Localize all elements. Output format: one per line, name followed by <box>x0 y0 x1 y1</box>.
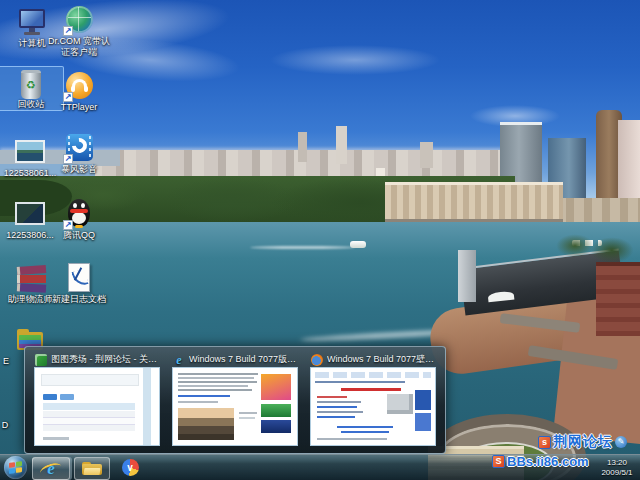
thumbnail-title-text: Windows 7 Build 7077版壁纸... <box>189 353 297 366</box>
shortcut-arrow-icon: ↗ <box>63 92 73 102</box>
ferry-wake-short <box>250 246 355 249</box>
watermark-site-name: 荆网论坛 <box>553 433 613 451</box>
desktop-icon-storm-player[interactable]: ↗ 暴风影音 <box>47 132 111 175</box>
icon-label: Dr.COM 宽带认证客户端 <box>48 36 110 58</box>
skyline-tower-1 <box>298 132 307 162</box>
windows-flag-icon <box>9 461 22 475</box>
pinned-app-icon: v <box>122 459 139 476</box>
icon-label: TTPlayer <box>47 102 111 113</box>
right-trees <box>552 226 640 270</box>
computer-icon <box>16 6 48 38</box>
watermark-badge-icon: S <box>492 455 505 468</box>
desktop-icon-drcom[interactable]: ↗ Dr.COM 宽带认证客户端 <box>47 4 111 58</box>
shortcut-arrow-icon: ↗ <box>63 26 73 36</box>
icon-label: 暴风影音 <box>47 164 111 175</box>
thumbnail-preview <box>310 367 436 446</box>
terminal-tower <box>458 250 476 302</box>
thumbnail-title-text: Windows 7 Build 7077壁纸 图... <box>327 353 435 366</box>
firefox-icon <box>311 354 323 366</box>
skyline-tower-4 <box>420 142 433 168</box>
rar-books-icon <box>14 262 46 294</box>
watermark-badge-icon: s <box>538 436 551 449</box>
skyline-tower-2 <box>336 126 347 164</box>
thumbnail-title-text: 图图秀场 - 荆网论坛 - 关注大... <box>51 353 159 366</box>
ferry-boat <box>350 241 366 248</box>
explorer-taskbar-button[interactable] <box>74 457 110 480</box>
quay-apartments <box>385 182 563 219</box>
window-thumbnail-1[interactable]: 图图秀场 - 荆网论坛 - 关注大... <box>33 352 161 448</box>
shortcut-arrow-icon: ↗ <box>63 154 73 164</box>
cloud-wisp-3 <box>270 45 440 75</box>
folder-icon <box>82 462 102 475</box>
window-thumbnail-3[interactable]: Windows 7 Build 7077壁纸 图... <box>309 352 437 448</box>
desktop-screen: 计算机 ↗ Dr.COM 宽带认证客户端 ♻ 回收站 ↗ TTPlayer 12… <box>0 0 640 480</box>
qq-penguin-icon: ↗ <box>63 198 95 230</box>
ie-taskbar-button[interactable]: e <box>32 457 70 480</box>
image-thumbnail-icon <box>14 136 46 168</box>
icon-label: 新建日志文档 <box>47 294 111 305</box>
journal-document-icon <box>63 262 95 294</box>
desktop-icon-qq[interactable]: ↗ 腾讯QQ <box>47 198 111 241</box>
recycle-bin-icon: ♻ <box>15 67 47 99</box>
tutu-xiuchang-icon <box>35 354 47 366</box>
storm-player-icon: ↗ <box>63 132 95 164</box>
icon-label: 腾讯QQ <box>47 230 111 241</box>
pinned-app-button[interactable]: v <box>118 457 142 478</box>
watermark-pen-icon: ✎ <box>615 436 627 448</box>
watermark-url: BBs.ii86.com <box>507 454 589 469</box>
watermark: s 荆网论坛 ✎ S BBs.ii86.com <box>470 433 640 477</box>
ie-icon: e <box>173 354 185 366</box>
desktop-icon-ttplayer[interactable]: ↗ TTPlayer <box>47 70 111 113</box>
window-thumbnail-2[interactable]: e Windows 7 Build 7077版壁纸... <box>171 352 299 448</box>
start-button[interactable] <box>4 456 27 479</box>
red-brick-building <box>596 262 640 336</box>
thumbnail-preview <box>34 367 160 446</box>
ttplayer-icon: ↗ <box>63 70 95 102</box>
drcom-globe-icon: ↗ <box>63 4 95 36</box>
taskbar-thumbnail-flyout: 图图秀场 - 荆网论坛 - 关注大... e Windows 7 Build 7… <box>24 346 446 454</box>
desktop-icon-journal[interactable]: 新建日志文档 <box>47 262 111 305</box>
shortcut-arrow-icon: ↗ <box>63 220 73 230</box>
image-thumbnail-icon <box>14 198 46 230</box>
thumbnail-preview <box>172 367 298 446</box>
